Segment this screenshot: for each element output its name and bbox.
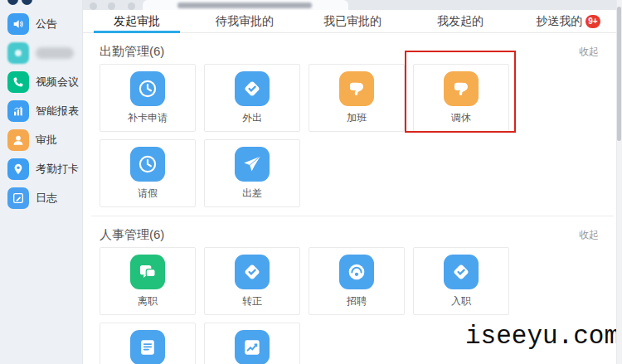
card-leave-request[interactable]: 请假 [100,139,196,207]
chat-icon [130,255,165,289]
card-grid: 补卡申请 外出 加班 调休 请假 出差 [83,59,522,207]
refresh-button[interactable] [128,2,135,10]
sidebar-item-video-conference[interactable]: 视频会议 [0,71,82,93]
card-compensatory-leave[interactable]: 调休 [413,64,509,132]
sidebar-item-label: 考勤打卡 [36,162,79,177]
card-label: 请假 [138,187,158,201]
headset-icon [339,255,374,289]
card-recruitment[interactable]: 招聘 [309,247,405,315]
card-salary-adjustment[interactable]: 薪资调整申请 [204,323,300,364]
window-tab[interactable] [143,0,348,10]
section-header: 出勤管理(6) 收起 [83,44,622,59]
section-title: 出勤管理(6) [100,44,164,60]
tab-pending-my-approval[interactable]: 待我审批的 [191,10,299,32]
content-area: iseeyu.com 出勤管理(6) 收起 补卡申请 外出 加班 调休 请假 出… [83,33,622,364]
card-going-out[interactable]: 外出 [204,64,300,132]
card-label: 转正 [242,294,262,308]
forward-button[interactable] [108,2,115,10]
blurred-label [36,47,74,59]
section-header: 人事管理(6) 收起 [83,227,622,242]
hand-diamond-icon [235,255,270,289]
card-overtime[interactable]: 加班 [309,64,405,132]
hand-diamond-icon [235,71,270,106]
collapse-link[interactable]: 收起 [579,228,599,242]
card-label: 加班 [347,111,367,125]
app-window: 公告 视频会议 智能报表 审批 考勤打卡 日志 发起审批 待我审批的 我已审批的… [0,0,622,364]
card-label: 补卡申请 [128,111,168,125]
back-button[interactable] [90,2,97,10]
card-regularization[interactable]: 转正 [204,247,300,315]
video-call-icon [7,71,29,93]
scrollbar-thumb[interactable] [617,7,621,141]
sidebar-item-blurred-app[interactable] [0,42,82,64]
hand-diamond-icon [444,255,479,289]
card-label: 招聘 [347,294,367,308]
sidebar-item-label: 公告 [36,17,57,32]
collapse-link[interactable]: 收起 [579,45,599,59]
person-icon [7,129,29,151]
watermark-text: iseeyu.com [465,322,620,351]
approval-tabbar: 发起审批 待我审批的 我已审批的 我发起的 抄送我的 9+ [83,10,622,33]
card-business-trip[interactable]: 出差 [204,139,300,207]
section-title: 人事管理(6) [100,227,164,243]
sidebar-item-attendance[interactable]: 考勤打卡 [0,158,82,180]
bar-chart-icon [7,100,29,122]
sidebar-item-smart-reports[interactable]: 智能报表 [0,100,82,122]
card-grid: 离职 转正 招聘 入职 新员工薪资核准 薪资调整申请 [83,242,522,364]
main-panel: 发起审批 待我审批的 我已审批的 我发起的 抄送我的 9+ iseeyu.com… [83,10,622,364]
sidebar-item-journal[interactable]: 日志 [0,187,82,209]
tab-label: 我发起的 [437,14,484,29]
tab-cc-to-me[interactable]: 抄送我的 9+ [514,10,622,32]
sidebar-item-label: 智能报表 [36,104,79,119]
sidebar-item-label: 日志 [36,191,57,206]
card-label: 调休 [451,111,471,125]
chart-up-icon [235,330,270,364]
sidebar-item-label: 视频会议 [36,75,79,90]
card-label: 离职 [138,294,158,308]
card-label: 入职 [451,294,471,308]
section: 出勤管理(6) 收起 补卡申请 外出 加班 调休 请假 出差 [83,44,622,207]
card-label: 外出 [242,111,262,125]
tab-approved-by-me[interactable]: 我已审批的 [299,10,406,32]
blurred-icon [7,42,29,64]
fist-icon [444,71,479,106]
card-label: 出差 [242,187,262,201]
tab-label: 待我审批的 [216,14,274,29]
section-divider [91,216,614,216]
plane-icon [235,147,270,182]
window-top-bar [83,0,622,10]
tab-label: 抄送我的 [536,14,582,29]
sidebar-item-announcement[interactable]: 公告 [0,13,82,35]
sidebar: 公告 视频会议 智能报表 审批 考勤打卡 日志 [0,0,83,364]
vertical-scrollbar[interactable] [616,0,622,364]
document-icon [130,330,165,364]
card-card-replacement[interactable]: 补卡申请 [100,64,196,132]
fist-icon [339,71,374,106]
sidebar-item-label: 审批 [36,133,57,148]
card-resignation[interactable]: 离职 [100,247,196,315]
tab-label: 我已审批的 [323,14,381,29]
clock-icon [130,147,165,182]
speaker-icon [7,13,29,35]
sidebar-item-approval[interactable]: 审批 [0,129,82,151]
sidebar-list: 公告 视频会议 智能报表 审批 考勤打卡 日志 [0,0,82,209]
tab-initiate-approval[interactable]: 发起审批 [83,10,191,32]
card-onboarding[interactable]: 入职 [413,247,509,315]
clock-icon [130,71,165,106]
location-pin-icon [7,158,29,180]
tab-label: 发起审批 [114,14,160,29]
journal-icon [7,187,29,209]
unread-badge: 9+ [586,15,600,28]
tab-initiated-by-me[interactable]: 我发起的 [406,10,514,32]
window-tab-title-blurred [177,2,312,8]
card-new-salary-approval[interactable]: 新员工薪资核准 [100,323,196,364]
